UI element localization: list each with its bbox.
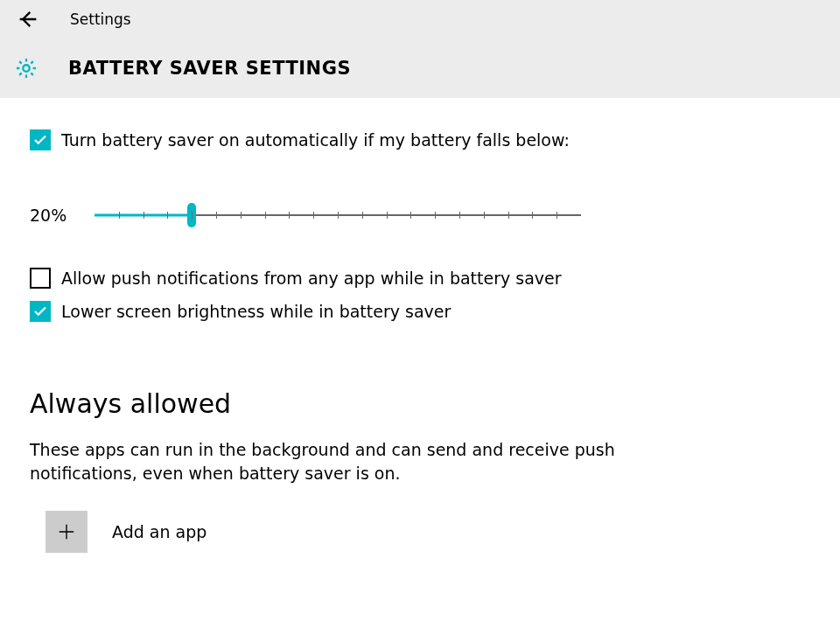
title-bar: Settings BATTERY SAVER SETTINGS	[0, 0, 840, 98]
auto-on-label: Turn battery saver on automatically if m…	[61, 130, 570, 150]
add-app-label: Add an app	[112, 522, 206, 541]
content-area: Turn battery saver on automatically if m…	[0, 98, 665, 553]
allow-push-checkbox[interactable]	[30, 268, 51, 289]
title-bar-bottom: BATTERY SAVER SETTINGS	[0, 38, 840, 98]
auto-on-row: Turn battery saver on automatically if m…	[30, 129, 635, 150]
gear-icon	[12, 54, 40, 82]
slider-value-label: 20%	[30, 206, 94, 225]
always-allowed-description: These apps can run in the background and…	[30, 438, 635, 485]
back-arrow-icon[interactable]	[16, 7, 40, 31]
always-allowed-title: Always allowed	[30, 388, 635, 419]
allow-push-label: Allow push notifications from any app wh…	[61, 269, 562, 288]
page-title: BATTERY SAVER SETTINGS	[68, 58, 351, 79]
app-title: Settings	[70, 10, 131, 28]
add-app-button[interactable]: Add an app	[46, 511, 635, 553]
lower-brightness-label: Lower screen brightness while in battery…	[61, 302, 451, 321]
svg-point-0	[23, 65, 29, 71]
lower-brightness-row: Lower screen brightness while in battery…	[30, 301, 635, 322]
auto-on-checkbox[interactable]	[30, 129, 51, 150]
plus-icon	[46, 511, 88, 553]
threshold-slider-row: 20%	[30, 205, 635, 226]
allow-push-row: Allow push notifications from any app wh…	[30, 268, 635, 289]
title-bar-top: Settings	[0, 0, 840, 38]
threshold-slider[interactable]	[94, 205, 581, 226]
lower-brightness-checkbox[interactable]	[30, 301, 51, 322]
